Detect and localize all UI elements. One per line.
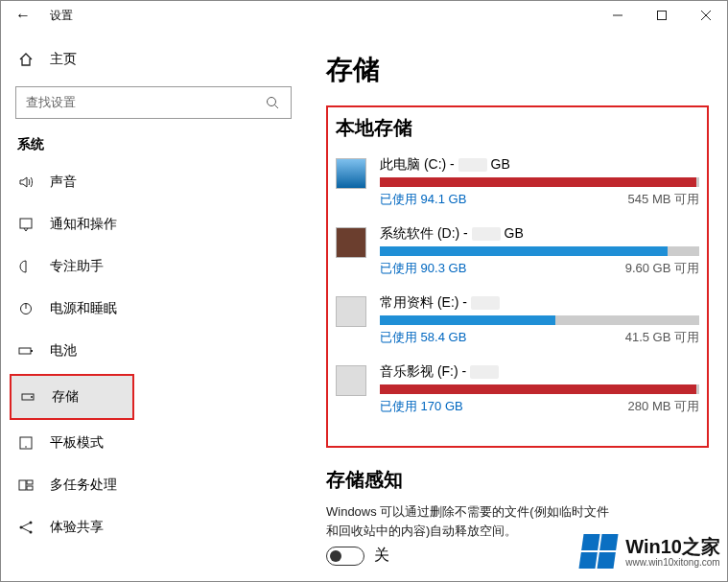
sidebar-item-label: 体验共享 [50,519,104,536]
drive-free-label: 280 MB 可用 [628,398,699,415]
back-button[interactable]: ← [0,7,46,24]
svg-line-5 [275,105,279,109]
sidebar-section-label: 系统 [0,119,307,161]
sidebar-item-label: 电池 [50,342,77,360]
power-icon [17,301,35,316]
sidebar-item-multitask[interactable]: 多任务处理 [0,464,307,506]
search-placeholder: 查找设置 [26,94,76,111]
minimize-button[interactable] [596,0,640,31]
drive-title: 音乐影视 (F:) - [380,363,699,381]
drive-free-label: 41.5 GB 可用 [625,329,699,346]
multitask-icon [17,477,35,493]
sound-icon [17,175,35,190]
drive-used-label: 已使用 94.1 GB [380,191,466,208]
svg-point-4 [268,98,276,106]
svg-rect-15 [19,480,26,490]
drive-usage-bar [380,384,699,394]
watermark-title: Win10之家 [625,536,720,557]
drive-row[interactable]: 系统软件 (D:) - GB已使用 90.3 GB9.60 GB 可用 [336,225,699,277]
local-storage-section: 本地存储 此电脑 (C:) - GB已使用 94.1 GB545 MB 可用系统… [326,105,709,448]
sidebar-item-label: 多任务处理 [50,477,117,494]
titlebar: ← 设置 [0,0,728,31]
battery-icon [17,343,35,359]
drive-row[interactable]: 常用资料 (E:) - 已使用 58.4 GB41.5 GB 可用 [336,294,699,346]
sidebar-item-label: 通知和操作 [50,216,117,233]
sidebar: 主页 查找设置 系统 声音 通知和操作 专注助手 电源和睡眠 电池 [0,31,307,582]
close-button[interactable] [684,0,728,31]
drive-usage-bar [380,177,699,187]
watermark-url: www.win10xitong.com [625,557,720,568]
focus-icon [17,259,35,274]
window-title: 设置 [46,8,73,24]
sidebar-item-label: 存储 [52,388,79,406]
drive-icon [336,158,366,189]
svg-point-14 [25,446,27,448]
drive-used-label: 已使用 170 GB [380,398,463,415]
search-icon [264,96,281,109]
storage-sense-description: Windows 可以通过删除不需要的文件(例如临时文件和回收站中的内容)自动释放… [326,502,614,540]
drive-used-label: 已使用 90.3 GB [380,260,466,277]
maximize-button[interactable] [640,0,684,31]
drive-usage-bar [380,246,699,256]
svg-point-12 [31,396,33,398]
drive-free-label: 9.60 GB 可用 [625,260,699,277]
sidebar-item-focus[interactable]: 专注助手 [0,245,307,288]
svg-rect-6 [20,219,32,228]
svg-rect-10 [31,350,33,352]
drive-icon [336,296,366,327]
drive-free-label: 545 MB 可用 [628,191,699,208]
drive-row[interactable]: 此电脑 (C:) - GB已使用 94.1 GB545 MB 可用 [336,156,699,208]
drive-icon [336,365,366,396]
drive-row[interactable]: 音乐影视 (F:) - 已使用 170 GB280 MB 可用 [336,363,699,415]
sidebar-item-tablet[interactable]: 平板模式 [0,422,307,464]
main-content: 存储 本地存储 此电脑 (C:) - GB已使用 94.1 GB545 MB 可… [307,31,728,582]
watermark: Win10之家 www.win10xitong.com [581,534,720,569]
notifications-icon [17,217,35,232]
svg-point-18 [20,526,23,529]
search-input[interactable]: 查找设置 [15,86,292,119]
sidebar-item-label: 电源和睡眠 [50,300,117,317]
drive-title: 此电脑 (C:) - GB [380,156,699,174]
sidebar-item-notifications[interactable]: 通知和操作 [0,203,307,245]
toggle-label: 关 [374,546,389,566]
sidebar-home[interactable]: 主页 [0,40,307,79]
page-title: 存储 [326,52,709,88]
drive-title: 系统软件 (D:) - GB [380,225,699,243]
sidebar-item-label: 专注助手 [50,258,104,275]
storage-sense-toggle[interactable] [326,547,364,566]
sidebar-item-sound[interactable]: 声音 [0,161,307,203]
sidebar-item-battery[interactable]: 电池 [0,330,307,372]
sidebar-item-share[interactable]: 体验共享 [0,506,307,548]
sidebar-home-label: 主页 [50,51,77,68]
svg-rect-1 [658,12,667,20]
sidebar-item-label: 声音 [50,174,77,191]
watermark-logo-icon [579,534,619,569]
sidebar-item-power[interactable]: 电源和睡眠 [0,288,307,330]
svg-point-20 [30,531,33,534]
svg-rect-17 [27,486,33,490]
storage-sense-header: 存储感知 [326,467,709,493]
drive-icon [336,227,366,258]
drive-title: 常用资料 (E:) - [380,294,699,312]
svg-point-19 [30,522,33,524]
svg-rect-16 [27,480,33,484]
svg-rect-9 [19,348,31,354]
home-icon [17,52,35,67]
share-icon [17,520,35,535]
tablet-icon [17,435,35,451]
local-storage-header: 本地存储 [336,115,699,141]
storage-icon [19,389,36,405]
drive-used-label: 已使用 58.4 GB [380,329,466,346]
sidebar-item-storage[interactable]: 存储 [12,376,132,418]
sidebar-item-label: 平板模式 [50,434,104,452]
drive-usage-bar [380,315,699,325]
